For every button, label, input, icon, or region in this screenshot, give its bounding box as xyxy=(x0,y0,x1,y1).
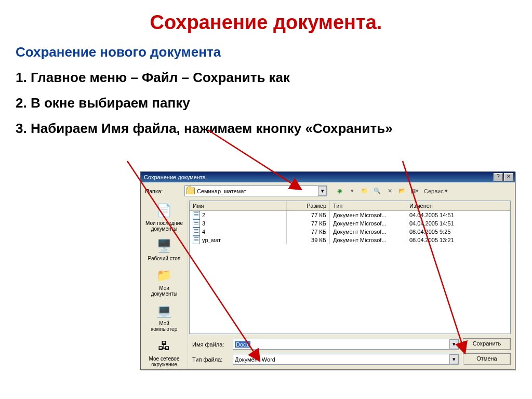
save-button[interactable]: Сохранить xyxy=(463,338,511,350)
folder-dropdown[interactable]: Семинар_математ ▾ xyxy=(184,185,327,196)
network-icon: 🖧 xyxy=(155,337,173,355)
places-bar: 📄 Мои последние документы 🖥️ Рабочий сто… xyxy=(141,200,188,369)
col-type[interactable]: Тип xyxy=(330,201,406,210)
filename-label: Имя файла: xyxy=(192,341,229,348)
filetype-label: Тип файла: xyxy=(192,356,229,363)
col-name[interactable]: Имя xyxy=(190,201,287,210)
folder-label: Папка: xyxy=(145,188,181,194)
chevron-down-small-icon[interactable]: ▾ xyxy=(347,186,357,196)
col-size[interactable]: Размер xyxy=(287,201,330,210)
tools-menu[interactable]: Сервис▾ xyxy=(424,188,448,194)
step-1: 1. Главное меню – Файл – Сохранить как xyxy=(16,70,532,86)
new-folder-icon[interactable]: 📂 xyxy=(397,186,407,196)
col-modified[interactable]: Изменен xyxy=(406,201,510,210)
save-dialog: Сохранение документа ? ✕ Папка: Семинар_… xyxy=(140,171,515,370)
place-recent[interactable]: 📄 Мои последние документы xyxy=(143,202,185,232)
chevron-down-icon[interactable]: ▾ xyxy=(318,186,327,196)
search-icon[interactable]: 🔍 xyxy=(372,186,382,196)
place-computer[interactable]: 💻 Мой компьютер xyxy=(143,302,185,332)
folder-toolbar: Папка: Семинар_математ ▾ ◉ ▾ 📁 🔍 ✕ 📂 ▦▾ … xyxy=(141,182,515,200)
cancel-button[interactable]: Отмена xyxy=(463,353,511,365)
file-row[interactable]: 377 КБДокумент Microsof...04.04.2005 14:… xyxy=(190,219,510,228)
document-icon xyxy=(193,211,200,219)
file-list-panel: Имя Размер Тип Изменен 277 КБДокумент Mi… xyxy=(189,201,511,334)
chevron-down-icon[interactable]: ▾ xyxy=(449,354,458,364)
document-icon xyxy=(193,236,200,244)
file-list-header[interactable]: Имя Размер Тип Изменен xyxy=(190,201,510,211)
place-network[interactable]: 🖧 Мое сетевое окружение xyxy=(143,337,185,367)
folder-icon xyxy=(187,188,195,194)
document-icon xyxy=(193,219,200,228)
up-icon[interactable]: 📁 xyxy=(360,186,370,196)
computer-icon: 💻 xyxy=(155,302,173,320)
desktop-icon: 🖥️ xyxy=(155,237,173,255)
place-documents[interactable]: 📁 Мои документы xyxy=(143,267,185,297)
documents-icon: 📁 xyxy=(155,267,173,284)
filetype-input[interactable]: Документ Word ▾ xyxy=(233,354,459,365)
delete-icon[interactable]: ✕ xyxy=(384,186,395,196)
file-row[interactable]: 477 КБДокумент Microsof...08.04.2005 9:2… xyxy=(190,228,510,236)
page-title: Сохранение документа. xyxy=(0,11,532,34)
filename-value: Doc1 xyxy=(235,341,250,348)
filename-input[interactable]: Doc1 ▾ xyxy=(233,339,459,350)
page-subtitle: Сохранение нового документа xyxy=(16,44,532,60)
recent-icon: 📄 xyxy=(155,202,173,219)
step-3: 3. Набираем Имя файла, нажимаем кнопку «… xyxy=(16,121,532,137)
document-icon xyxy=(193,228,200,236)
step-2: 2. В окне выбираем папку xyxy=(16,95,532,111)
dialog-titlebar: Сохранение документа ? ✕ xyxy=(141,172,515,182)
help-button[interactable]: ? xyxy=(494,173,503,181)
chevron-down-icon[interactable]: ▾ xyxy=(449,339,458,349)
views-icon[interactable]: ▦▾ xyxy=(409,186,420,196)
place-desktop[interactable]: 🖥️ Рабочий стол xyxy=(143,237,185,261)
back-icon[interactable]: ◉ xyxy=(335,186,345,196)
file-row[interactable]: 277 КБДокумент Microsof...04.04.2005 14:… xyxy=(190,211,510,219)
close-button[interactable]: ✕ xyxy=(504,173,513,181)
folder-value: Семинар_математ xyxy=(197,188,246,194)
filetype-value: Документ Word xyxy=(235,356,275,363)
dialog-title: Сохранение документа xyxy=(144,172,206,182)
file-row[interactable]: ур_мат39 КБДокумент Microsof...08.04.200… xyxy=(190,236,510,244)
